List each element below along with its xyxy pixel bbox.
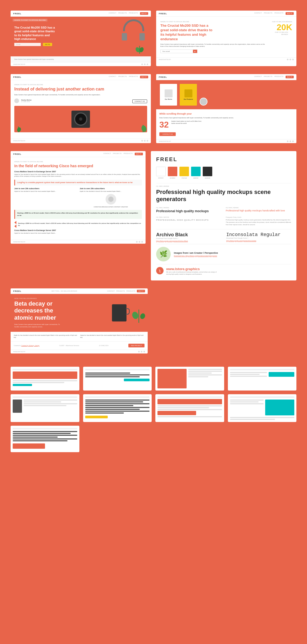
social-f2[interactable] xyxy=(287,59,288,60)
beta-client: CLIENT - Warehouse-Services xyxy=(59,345,79,346)
nav-cta-3[interactable]: BUY IT xyxy=(140,76,148,78)
sf3b[interactable] xyxy=(144,140,146,142)
record-label xyxy=(79,117,82,121)
wf5-header xyxy=(13,396,77,398)
sf4b[interactable] xyxy=(290,140,291,142)
font1-label: Download Free Google Fonts > xyxy=(156,238,221,239)
font1-link[interactable]: https://fonts.google.com/specimen/Archiv… xyxy=(156,240,221,242)
mockup-header-3: FREEL CONTACT PROJECTS PRODUCTS BUY IT xyxy=(11,74,151,80)
social-f[interactable] xyxy=(141,64,143,65)
wf7-header xyxy=(157,396,222,398)
nav-cta-2[interactable]: BUY IT xyxy=(286,12,294,15)
hero2-text: WHERE TO START TO OFFICIAL BECOME The Cr… xyxy=(160,21,268,53)
sf4a[interactable] xyxy=(287,140,288,142)
stat-number-2: 20K xyxy=(272,23,292,31)
mockup-card-4: FREEL CONTACT PROJECTS PRODUCTS BUY IT O… xyxy=(156,74,296,143)
social-t2[interactable] xyxy=(290,59,291,60)
mockup-logo-4: FREEL xyxy=(159,76,167,78)
nav-cta-c[interactable]: BUY IT xyxy=(135,153,143,155)
wf3-l1 xyxy=(188,369,222,370)
images-section: 🌿 Images from I am Creator / Perspective… xyxy=(156,247,291,261)
sf3c[interactable] xyxy=(147,140,148,142)
cisco-mockup: FREEL CONTACT PROJECTS PRODUCTS BUY IT W… xyxy=(11,151,146,244)
sfca[interactable] xyxy=(136,241,138,243)
submit-btn-2[interactable]: ▶ xyxy=(193,50,197,53)
swatch-salmon-label: EC5E52 xyxy=(170,177,175,179)
plant-image: 🌿 xyxy=(156,247,171,261)
nav-contact-1: CONTACT xyxy=(109,12,116,15)
credit-desc: We are a suite of professional mockups t… xyxy=(166,271,219,275)
mockup4-content: While scrolling through your Data Center… xyxy=(156,109,296,139)
wf2-header xyxy=(85,369,150,370)
sfbb[interactable] xyxy=(141,351,142,352)
plant-deco-3 xyxy=(143,125,143,132)
sf3a[interactable] xyxy=(141,140,143,142)
wf8-l2 xyxy=(230,401,259,402)
social-t[interactable] xyxy=(144,64,146,65)
type-sample-med: Professional high quality mockups handcr… xyxy=(226,209,291,212)
swatch-cyan-box xyxy=(191,167,201,176)
beta-date: 22 JUNE 2015 xyxy=(99,345,109,346)
nav-cta-1[interactable]: BUY IT xyxy=(140,12,148,15)
mockup3-breadcrumb: WHERE TO START TO OFFICIAL BECOME xyxy=(14,84,147,85)
mockup-card-3: FREEL CONTACT PROJECTS PRODUCTS BUY IT W… xyxy=(11,74,151,143)
divider-3 xyxy=(156,244,291,244)
wf6-lines xyxy=(85,400,150,414)
wireframe-row-2 xyxy=(11,394,296,422)
nav-pr3: PRODUCTS xyxy=(129,76,138,78)
wf8-l4 xyxy=(230,417,295,418)
see-project-btn[interactable]: SEE PROJECT xyxy=(128,344,145,347)
wf2-cyan-btn[interactable] xyxy=(124,379,150,381)
wf5-l1 xyxy=(24,400,77,401)
nav-prc: PRODUCTS xyxy=(124,153,133,155)
sfcb[interactable] xyxy=(139,241,140,243)
sf4c[interactable] xyxy=(292,140,294,142)
nav-cc: CONTACT xyxy=(103,153,111,155)
email-form[interactable]: ▶ xyxy=(160,49,197,53)
cisco-subtitle3: Cross Mailbox Search in Exchange Server … xyxy=(14,229,142,231)
wf3-l4 xyxy=(188,374,222,375)
subscribe-btn[interactable]: GO TO xyxy=(43,43,52,46)
contact-btn-4[interactable]: CONTACT US xyxy=(159,132,176,136)
sfbc[interactable] xyxy=(143,351,145,352)
nav-p3: PROJECTS xyxy=(118,76,127,78)
wf6-l8 xyxy=(85,412,124,414)
sfcc[interactable] xyxy=(141,241,143,243)
beta-cta[interactable]: BUY IT xyxy=(137,290,145,292)
wf4-left xyxy=(230,372,267,377)
email-field-2[interactable] xyxy=(161,50,193,53)
wf8-content xyxy=(230,400,295,415)
wf5-content xyxy=(13,400,77,413)
style-main-headline: Professional high quality mockups scene … xyxy=(156,189,291,203)
wf-card-4 xyxy=(228,367,297,391)
wf-card-3 xyxy=(155,367,224,391)
cisco-body2: Apple Inc has decided to launch the most… xyxy=(14,191,76,193)
wf6-yellow-btn[interactable] xyxy=(85,416,108,418)
wf2-l1 xyxy=(85,373,130,374)
mockup-hero-1: WHERE TO START TO OFFICIAL BECOME The Cr… xyxy=(11,17,151,56)
contact-btn-3[interactable]: CONTACT US xyxy=(132,99,147,103)
email-input[interactable]: Email xyxy=(14,43,41,46)
font2-label: Download Free Google Fonts > xyxy=(226,237,291,239)
wf8-left xyxy=(230,400,264,415)
product-label-1: Our Works xyxy=(165,98,172,100)
wf-card-9 xyxy=(11,426,79,452)
beta-headline: Beta decay or decreases the atomic numbe… xyxy=(14,300,57,321)
device-img xyxy=(106,194,116,205)
third-row: FREEL CONTACT PROJECTS PRODUCTS BUY IT W… xyxy=(11,151,296,280)
wf9-orange-btn[interactable] xyxy=(13,443,45,449)
beta-col1: Apple Inc has decided to launch the most… xyxy=(14,334,78,338)
wf8-l3 xyxy=(230,403,264,404)
sfba[interactable] xyxy=(138,351,140,352)
credit-logo: ʅ xyxy=(156,267,164,274)
nav-cta-4[interactable]: BUY IT xyxy=(286,76,294,78)
social-p2[interactable] xyxy=(292,59,294,60)
social-p[interactable] xyxy=(147,64,148,65)
plant-deco-3b xyxy=(18,126,19,132)
images-link[interactable]: Download here: https://lstore.graphics/i… xyxy=(174,255,218,257)
hero2-stat: OUR YO MILLION BRANDS 20K OUR YO MILLION… xyxy=(272,21,292,53)
font2-link[interactable]: https://fonts.google.com/specimen/Incons… xyxy=(226,240,291,242)
wf7-orange2 xyxy=(157,411,196,415)
cisco-section3: Cross Mailbox Search in Exchange Server … xyxy=(14,229,142,234)
cisco-nav: CONTACT PROJECTS PRODUCTS BUY IT xyxy=(103,153,143,155)
